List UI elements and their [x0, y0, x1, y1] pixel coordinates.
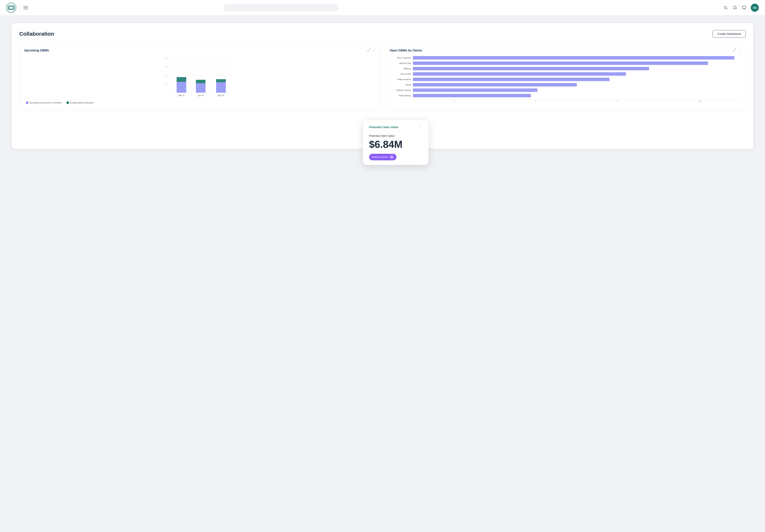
hbar-track: [413, 89, 741, 92]
svg-rect-6: [742, 6, 746, 8]
hbar-label: David: [390, 84, 411, 86]
upcoming-gbms-panel: Upcoming GBMs ⋮: [19, 44, 380, 111]
svg-line-10: [368, 50, 369, 51]
hbar-axis-tick: 4: [413, 100, 495, 102]
legend-advisory: Change Advisory Boards: [67, 102, 93, 104]
svg-text:May-24: May-24: [218, 95, 224, 97]
legend-committee-color: [26, 102, 28, 104]
hbar-row: John Smith: [390, 72, 741, 76]
hbar-label: Jerry Colemen: [390, 57, 411, 59]
open-gbms-title: Open GBMs by Owner: [390, 49, 422, 52]
hbar-label: Anthony James: [390, 89, 411, 91]
legend-advisory-color: [67, 102, 69, 104]
hbar-track: [413, 94, 741, 97]
hbar-row: Andrea Ong: [390, 62, 741, 65]
hamburger-menu[interactable]: [23, 5, 29, 10]
hbar-fill: [413, 78, 610, 81]
hbar-chart-container: Jerry Colemen Andrea Ong Markus John Smi…: [390, 56, 741, 102]
open-gbms-header: Open GBMs by Owner ⋮: [390, 49, 741, 52]
upcoming-gbms-title: Upcoming GBMs: [24, 49, 49, 52]
charts-outer: Upcoming GBMs ⋮: [19, 44, 746, 142]
charts-grid: Upcoming GBMs ⋮: [19, 44, 746, 111]
svg-point-4: [724, 6, 727, 9]
page-title: Collaboration: [19, 31, 54, 37]
svg-rect-23: [196, 83, 206, 93]
bar-chart-container: 8 6 4 2 Mar-24: [24, 56, 376, 106]
claim-label: Potential Claim Value: [369, 134, 422, 137]
expand-icon-2[interactable]: [733, 49, 736, 52]
hbar-axis-tick: 8: [577, 100, 659, 102]
navbar: SG: [0, 0, 765, 15]
hbar-label: John Smith: [390, 73, 411, 75]
svg-line-29: [735, 49, 735, 50]
upcoming-gbms-actions: ⋮: [368, 49, 376, 52]
svg-line-30: [733, 50, 734, 51]
bar-chart-svg: 8 6 4 2 Mar-24: [26, 56, 374, 99]
expand-icon[interactable]: [368, 49, 371, 52]
hbar-track: [413, 62, 741, 65]
dispute-badge: Dispute Volume 14: [369, 154, 396, 160]
nav-actions: SG: [723, 4, 759, 12]
logo-container: [6, 3, 29, 13]
notification-icon[interactable]: [732, 5, 738, 10]
hbar-track: [413, 56, 741, 60]
hbar-track: [413, 72, 741, 76]
search-bar-container: [223, 4, 339, 11]
svg-rect-21: [177, 77, 186, 82]
floating-card-title: Potential Claim Value: [369, 126, 398, 129]
hbar-fill: [413, 94, 531, 97]
hbar-fill: [413, 56, 734, 60]
dispute-count: 14: [389, 155, 394, 159]
user-switch-icon[interactable]: [741, 5, 747, 10]
svg-text:Apr-24: Apr-24: [198, 95, 204, 97]
hbar-fill: [413, 67, 649, 70]
company-logo[interactable]: [6, 3, 16, 13]
hbar-axis-tick: 10: [659, 100, 741, 102]
hbar-axis-tick: 6: [495, 100, 577, 102]
more-options-icon[interactable]: ⋮: [373, 49, 376, 52]
claim-value: $6.84M: [369, 139, 422, 150]
hbar-fill: [413, 83, 577, 87]
hbar-row: David: [390, 83, 741, 87]
hbar-label: Philip Kimantri: [390, 78, 411, 81]
hbar-fill: [413, 72, 626, 76]
hbar-label: Markus: [390, 68, 411, 70]
svg-rect-27: [216, 79, 226, 82]
svg-line-5: [726, 8, 727, 9]
more-options-icon-2[interactable]: ⋮: [738, 49, 741, 52]
hbar-row: Markus: [390, 67, 741, 70]
hbar-track: [413, 83, 741, 87]
svg-text:4: 4: [166, 74, 167, 77]
hbar-fill: [413, 62, 708, 65]
main-content: Collaboration Create Dashboard Upcoming …: [0, 15, 765, 532]
legend-committee: Operating Governance Committee: [26, 102, 62, 104]
hbar-row: Philip Kimantri: [390, 78, 741, 81]
hbar-track: [413, 78, 741, 81]
open-gbms-panel: Open GBMs by Owner ⋮: [385, 44, 746, 111]
floating-card-header: Potential Claim Value ⋮: [369, 126, 422, 129]
upcoming-gbms-header: Upcoming GBMs ⋮: [24, 49, 376, 52]
svg-rect-26: [216, 82, 226, 93]
hbar-row: Petra Molnar: [390, 94, 741, 97]
user-avatar[interactable]: SG: [751, 4, 759, 12]
svg-line-9: [369, 49, 370, 50]
more-options-icon-3[interactable]: ⋮: [419, 126, 422, 129]
create-dashboard-button[interactable]: Create Dashboard: [712, 30, 746, 38]
chart-legend: Operating Governance Committee Change Ad…: [26, 102, 374, 104]
search-icon[interactable]: [723, 5, 728, 10]
hbar-label: Andrea Ong: [390, 62, 411, 64]
svg-rect-24: [196, 80, 206, 83]
hbar-track: [413, 67, 741, 70]
hbar-label: Petra Molnar: [390, 95, 411, 97]
potential-claim-card: Potential Claim Value ⋮ Potential Claim …: [363, 120, 428, 165]
search-input[interactable]: [223, 4, 339, 11]
svg-text:Mar-24: Mar-24: [178, 95, 185, 97]
card-header: Collaboration Create Dashboard: [19, 30, 746, 38]
hbar-row: Jerry Colemen: [390, 56, 741, 60]
svg-text:6: 6: [166, 66, 167, 68]
svg-rect-20: [177, 82, 186, 93]
floating-card-content: Potential Claim Value $6.84M Dispute Vol…: [369, 131, 422, 160]
hbar-row: Anthony James: [390, 89, 741, 92]
svg-text:8: 8: [166, 57, 167, 59]
main-card: Collaboration Create Dashboard Upcoming …: [12, 23, 753, 149]
